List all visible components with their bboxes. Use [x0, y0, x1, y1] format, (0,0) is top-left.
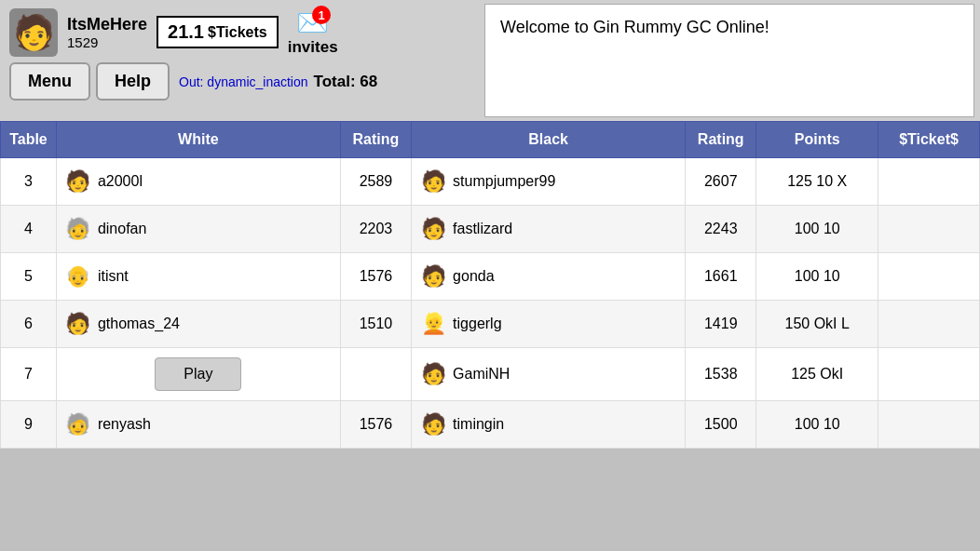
- cell-table-num: 3: [1, 158, 57, 206]
- cell-white[interactable]: 👴itisnt: [56, 253, 340, 301]
- white-name: a2000l: [98, 173, 143, 190]
- cell-table-num: 6: [1, 301, 57, 348]
- table-row[interactable]: 5👴itisnt1576🧑gonda1661100 10: [1, 253, 980, 301]
- cell-black[interactable]: 🧑timingin: [412, 401, 686, 449]
- user-rating: 1529: [67, 34, 147, 50]
- cell-white-rating: 1576: [340, 253, 411, 301]
- tickets-block: 21.1 $Tickets: [157, 16, 279, 48]
- cell-white[interactable]: 🧑gthomas_24: [56, 301, 340, 348]
- black-avatar: 🧑: [419, 168, 447, 195]
- cell-white-rating: 2589: [340, 158, 411, 206]
- cell-table-num: 7: [1, 348, 57, 401]
- black-avatar: 🧑: [419, 262, 447, 290]
- black-name: GamiNH: [453, 366, 510, 383]
- cell-black-rating: 2607: [686, 158, 756, 206]
- invites-label: invites: [288, 38, 338, 57]
- cell-white[interactable]: 🧑a2000l: [56, 158, 340, 206]
- col-header-rating2: Rating: [686, 122, 756, 158]
- total-text: Total: 68: [314, 73, 378, 91]
- cell-points: 100 10: [756, 253, 878, 301]
- cell-black-rating: 1500: [686, 401, 756, 449]
- username: ItsMeHere: [67, 15, 147, 34]
- white-avatar: 🧑: [64, 168, 92, 195]
- white-name: renyash: [98, 416, 151, 433]
- col-header-tickets: $Ticket$: [878, 122, 980, 158]
- tickets-value: 21.1: [168, 21, 204, 43]
- black-name: tiggerlg: [453, 316, 501, 332]
- table-row[interactable]: 9🧓renyash1576🧑timingin1500100 10: [1, 401, 980, 449]
- help-button[interactable]: Help: [96, 62, 170, 101]
- white-name: dinofan: [98, 221, 147, 237]
- invites-icon[interactable]: ✉️ 1: [296, 7, 329, 38]
- cell-white-rating: [340, 348, 411, 401]
- black-name: timingin: [453, 416, 504, 433]
- header-buttons: Menu Help Out: dynamic_inaction Total: 6…: [9, 62, 475, 101]
- welcome-panel: Welcome to Gin Rummy GC Online!: [484, 4, 974, 117]
- game-table: Table White Rating Black Rating Points $…: [0, 121, 980, 449]
- cell-tickets: [878, 348, 980, 401]
- username-block: ItsMeHere 1529: [67, 15, 147, 50]
- white-name: itisnt: [98, 268, 129, 285]
- cell-white[interactable]: 🧓renyash: [56, 401, 340, 449]
- header-top: 🧑 ItsMeHere 1529 21.1 $Tickets ✉️ 1 invi…: [9, 7, 475, 57]
- avatar: 🧑: [9, 8, 58, 57]
- cell-tickets: [878, 301, 980, 348]
- cell-white[interactable]: 🧓dinofan: [56, 206, 340, 253]
- white-name: gthomas_24: [98, 316, 180, 332]
- cell-black[interactable]: 🧑gonda: [412, 253, 686, 301]
- cell-black[interactable]: 👱tiggerlg: [412, 301, 686, 348]
- tickets-label: $Tickets: [208, 24, 267, 41]
- cell-white-rating: 1510: [340, 301, 411, 348]
- status-text: Out: dynamic_inaction: [179, 74, 308, 89]
- cell-tickets: [878, 401, 980, 449]
- cell-points: 125 OkI: [756, 348, 878, 401]
- black-name: stumpjumper99: [453, 173, 555, 190]
- cell-points: 100 10: [756, 206, 878, 253]
- cell-black-rating: 1661: [686, 253, 756, 301]
- table-header-row: Table White Rating Black Rating Points $…: [1, 122, 980, 158]
- black-name: fastlizard: [453, 221, 512, 237]
- cell-black-rating: 1419: [686, 301, 756, 348]
- table-row[interactable]: 6🧑gthomas_241510👱tiggerlg1419150 OkI L: [1, 301, 980, 348]
- cell-table-num: 9: [1, 401, 57, 449]
- cell-black[interactable]: 🧑GamiNH: [412, 348, 686, 401]
- table-row[interactable]: 3🧑a2000l2589🧑stumpjumper992607125 10 X: [1, 158, 980, 206]
- cell-black[interactable]: 🧑fastlizard: [412, 206, 686, 253]
- black-avatar: 🧑: [419, 215, 447, 243]
- black-avatar: 🧑: [419, 410, 447, 438]
- avatar-icon: 🧑: [13, 13, 55, 52]
- col-header-points: Points: [756, 122, 878, 158]
- cell-points: 100 10: [756, 401, 878, 449]
- cell-black-rating: 2243: [686, 206, 756, 253]
- header: 🧑 ItsMeHere 1529 21.1 $Tickets ✉️ 1 invi…: [0, 0, 980, 121]
- invites-badge: 1: [312, 6, 331, 24]
- white-avatar: 👴: [64, 262, 92, 290]
- white-avatar: 🧑: [64, 310, 92, 338]
- cell-table-num: 5: [1, 253, 57, 301]
- cell-points: 125 10 X: [756, 158, 878, 206]
- cell-tickets: [878, 206, 980, 253]
- col-header-black: Black: [412, 122, 686, 158]
- cell-white-rating: 2203: [340, 206, 411, 253]
- black-avatar: 👱: [419, 310, 447, 338]
- play-button[interactable]: Play: [155, 357, 241, 391]
- cell-tickets: [878, 253, 980, 301]
- cell-points: 150 OkI L: [756, 301, 878, 348]
- table-row[interactable]: 4🧓dinofan2203🧑fastlizard2243100 10: [1, 206, 980, 253]
- cell-tickets: [878, 158, 980, 206]
- cell-black[interactable]: 🧑stumpjumper99: [412, 158, 686, 206]
- white-avatar: 🧓: [64, 410, 92, 438]
- cell-table-num: 4: [1, 206, 57, 253]
- cell-white: Play: [56, 348, 340, 401]
- welcome-text: Welcome to Gin Rummy GC Online!: [500, 18, 769, 37]
- white-avatar: 🧓: [64, 215, 92, 243]
- black-name: gonda: [453, 268, 495, 285]
- menu-button[interactable]: Menu: [9, 62, 90, 101]
- col-header-rating1: Rating: [340, 122, 411, 158]
- header-left: 🧑 ItsMeHere 1529 21.1 $Tickets ✉️ 1 invi…: [0, 0, 484, 121]
- black-avatar: 🧑: [419, 360, 447, 388]
- cell-black-rating: 1538: [686, 348, 756, 401]
- invites-block: ✉️ 1 invites: [288, 7, 338, 57]
- table-row[interactable]: 7Play🧑GamiNH1538125 OkI: [1, 348, 980, 401]
- cell-white-rating: 1576: [340, 401, 411, 449]
